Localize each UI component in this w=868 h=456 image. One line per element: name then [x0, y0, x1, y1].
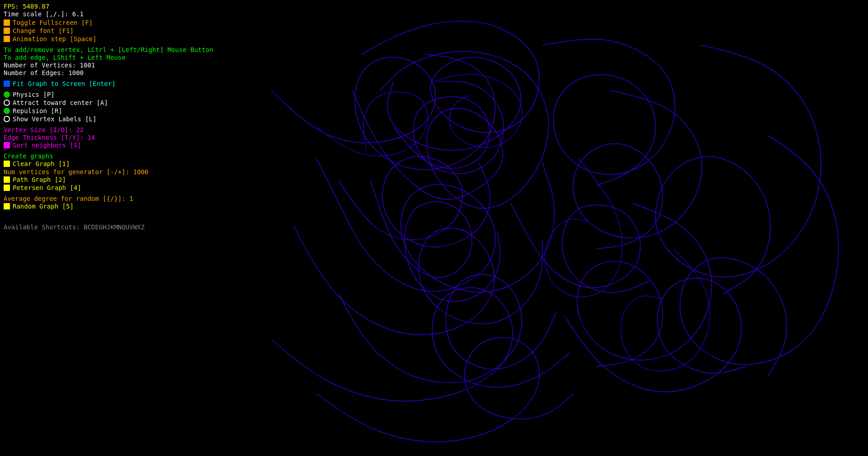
graph-canvas: [0, 0, 868, 456]
